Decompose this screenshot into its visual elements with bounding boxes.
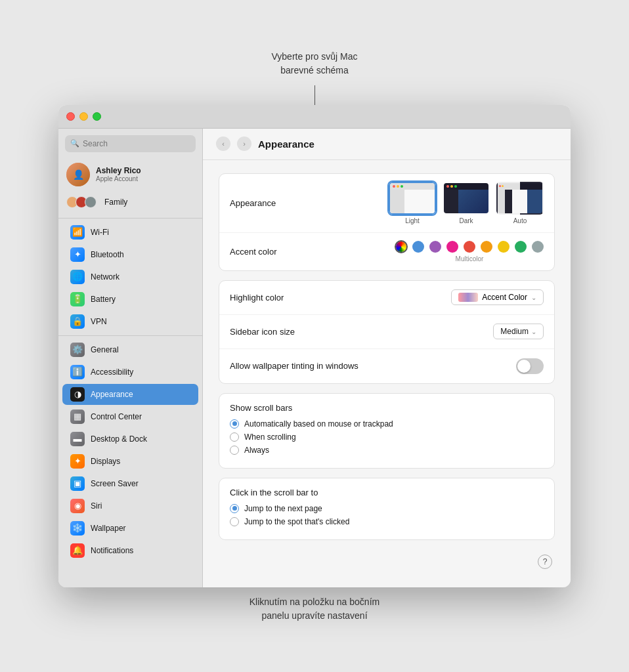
sidebar-item-family[interactable]: Family bbox=[58, 193, 202, 211]
search-input[interactable] bbox=[83, 139, 190, 148]
accent-purple[interactable] bbox=[429, 241, 441, 253]
help-button[interactable]: ? bbox=[538, 555, 552, 569]
multicolor-label: Multicolor bbox=[456, 255, 484, 262]
sidebar-item-notifications[interactable]: 🔔 Notifications bbox=[62, 540, 198, 561]
help-area: ? bbox=[219, 549, 555, 574]
sidebar-item-accessibility[interactable]: ℹ️ Accessibility bbox=[62, 362, 198, 383]
show-scroll-bars-label: Show scroll bars bbox=[230, 403, 544, 413]
auto-thumb-img bbox=[496, 182, 544, 215]
sidebar-item-label: General bbox=[91, 345, 119, 354]
sidebar: 🔍 👤 Ashley Rico Apple Account bbox=[58, 129, 203, 587]
sidebar-item-displays[interactable]: ✦ Displays bbox=[62, 451, 198, 472]
back-button[interactable]: ‹ bbox=[216, 136, 230, 151]
scroll-auto-radio[interactable] bbox=[230, 419, 239, 429]
accent-orange[interactable] bbox=[481, 241, 492, 253]
sidebar-item-battery[interactable]: 🔋 Battery bbox=[62, 289, 198, 310]
annotation-top: Vyberte pro svůj Mac barevné schéma bbox=[272, 50, 358, 77]
appearance-row-label: Appearance bbox=[230, 198, 335, 208]
close-button[interactable] bbox=[66, 112, 75, 121]
appearance-light[interactable]: Light bbox=[389, 182, 436, 224]
sidebar-item-bluetooth[interactable]: ✦ Bluetooth bbox=[62, 244, 198, 265]
sidebar-icon-size-dropdown[interactable]: Medium ⌄ bbox=[493, 324, 544, 339]
displays-icon: ✦ bbox=[70, 454, 85, 469]
sidebar-item-label: VPN bbox=[91, 317, 107, 326]
network-icon: 🌐 bbox=[70, 270, 85, 284]
sidebar-icon-size-value: Medium bbox=[500, 327, 529, 336]
appearance-auto[interactable]: Auto bbox=[496, 182, 544, 224]
user-section[interactable]: 👤 Ashley Rico Apple Account bbox=[58, 159, 202, 190]
accent-yellow[interactable] bbox=[498, 241, 510, 253]
page-title: Appearance bbox=[258, 138, 314, 150]
scroll-always-label: Always bbox=[244, 446, 269, 455]
sidebar-item-vpn[interactable]: 🔒 VPN bbox=[62, 311, 198, 332]
highlight-value: Accent Color bbox=[482, 293, 527, 302]
auto-bar bbox=[498, 183, 542, 190]
forward-button[interactable]: › bbox=[237, 136, 251, 151]
highlight-swatch bbox=[458, 293, 478, 302]
click-spot-option[interactable]: Jump to the spot that's clicked bbox=[230, 517, 544, 526]
accent-pink[interactable] bbox=[446, 241, 458, 253]
scroll-scrolling-option[interactable]: When scrolling bbox=[230, 432, 544, 442]
dark-sidebar bbox=[444, 190, 458, 215]
sidebar-item-appearance[interactable]: ◑ Appearance bbox=[62, 384, 198, 405]
appearance-dark[interactable]: Dark bbox=[443, 182, 490, 224]
avatar-image: 👤 bbox=[66, 163, 90, 186]
scroll-scrolling-label: When scrolling bbox=[244, 432, 296, 442]
accessibility-icon: ℹ️ bbox=[70, 365, 85, 379]
scroll-always-radio[interactable] bbox=[230, 446, 239, 455]
scroll-scrolling-radio[interactable] bbox=[230, 432, 239, 442]
content-header: ‹ › Appearance bbox=[203, 129, 571, 160]
light-sidebar bbox=[390, 190, 404, 215]
click-spot-radio[interactable] bbox=[230, 517, 239, 526]
accent-blue[interactable] bbox=[412, 241, 424, 253]
notifications-icon: 🔔 bbox=[70, 543, 85, 558]
sidebar-item-general[interactable]: ⚙️ General bbox=[62, 339, 198, 360]
wallpaper-tinting-label: Allow wallpaper tinting in windows bbox=[230, 361, 358, 371]
sidebar-item-network[interactable]: 🌐 Network bbox=[62, 266, 198, 287]
size-chevron-icon: ⌄ bbox=[531, 328, 536, 335]
accent-graphite[interactable] bbox=[532, 241, 544, 253]
search-bar[interactable]: 🔍 bbox=[65, 135, 196, 152]
vpn-icon: 🔒 bbox=[70, 314, 85, 329]
scroll-auto-option[interactable]: Automatically based on mouse or trackpad bbox=[230, 419, 544, 429]
dot-y3 bbox=[502, 185, 504, 187]
sidebar-item-label: Displays bbox=[91, 457, 120, 466]
sidebar-icon-size-label: Sidebar icon size bbox=[230, 327, 335, 337]
auto-bar-light bbox=[498, 183, 520, 190]
battery-icon: 🔋 bbox=[70, 292, 85, 306]
accent-control: Multicolor bbox=[335, 241, 544, 262]
sidebar-item-wifi[interactable]: 📶 Wi-Fi bbox=[62, 222, 198, 243]
click-next-page-radio[interactable] bbox=[230, 504, 239, 513]
click-next-page-label: Jump to the next page bbox=[244, 504, 322, 513]
sidebar-item-desktop-dock[interactable]: ▬ Desktop & Dock bbox=[62, 429, 198, 450]
control-center-icon: ▦ bbox=[70, 410, 85, 424]
click-next-page-option[interactable]: Jump to the next page bbox=[230, 504, 544, 513]
sidebar-item-label: Notifications bbox=[91, 546, 133, 555]
sidebar-icon-size-control: Medium ⌄ bbox=[335, 324, 544, 339]
light-bar bbox=[390, 183, 435, 190]
siri-icon: ◉ bbox=[70, 499, 85, 513]
wallpaper-tinting-toggle[interactable] bbox=[516, 358, 544, 374]
sidebar-item-siri[interactable]: ◉ Siri bbox=[62, 495, 198, 516]
scroll-always-option[interactable]: Always bbox=[230, 446, 544, 455]
accent-red[interactable] bbox=[464, 241, 475, 253]
sidebar-item-wallpaper[interactable]: ❄️ Wallpaper bbox=[62, 518, 198, 539]
minimize-button[interactable] bbox=[79, 112, 88, 121]
sidebar-item-label: Bluetooth bbox=[91, 250, 124, 259]
sidebar-item-label: Screen Saver bbox=[91, 479, 139, 488]
maximize-button[interactable] bbox=[93, 112, 101, 121]
highlight-section: Highlight color Accent Color ⌄ Sidebar i bbox=[219, 280, 555, 384]
accent-green[interactable] bbox=[515, 241, 527, 253]
auto-sidebar bbox=[498, 190, 512, 215]
sidebar-divider-1 bbox=[58, 218, 202, 219]
sidebar-item-screen-saver[interactable]: ▣ Screen Saver bbox=[62, 473, 198, 494]
scroll-auto-label: Automatically based on mouse or trackpad bbox=[244, 419, 393, 429]
light-label: Light bbox=[405, 217, 420, 224]
dot-red2 bbox=[446, 185, 449, 188]
click-spot-label: Jump to the spot that's clicked bbox=[244, 517, 349, 526]
sidebar-item-control-center[interactable]: ▦ Control Center bbox=[62, 406, 198, 427]
accent-multicolor[interactable] bbox=[395, 241, 407, 253]
user-info: Ashley Rico Apple Account bbox=[96, 166, 141, 182]
highlight-dropdown[interactable]: Accent Color ⌄ bbox=[451, 289, 544, 305]
appearance-control: Light bbox=[335, 182, 544, 224]
